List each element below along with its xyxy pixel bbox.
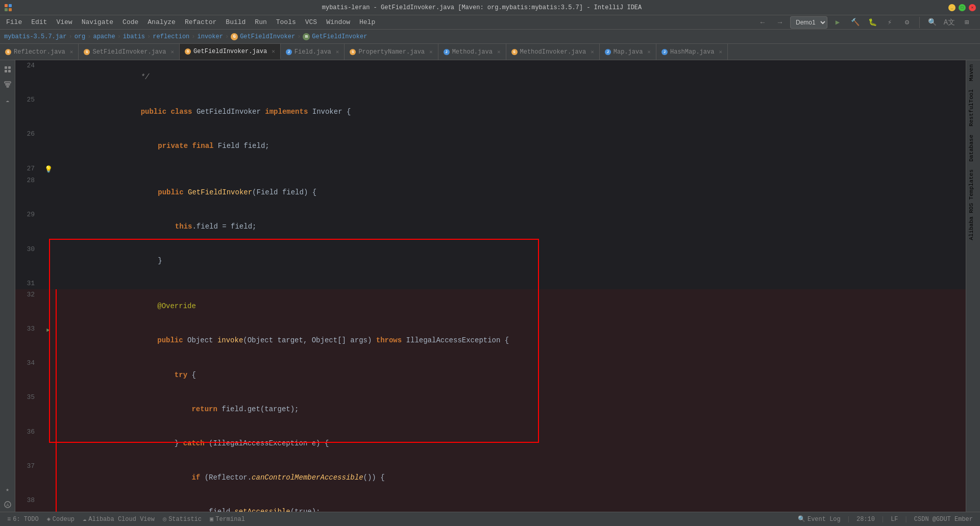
codeup-label: Codeup <box>53 516 75 523</box>
line-content-24[interactable]: */ <box>56 60 966 94</box>
status-position[interactable]: 28:10 <box>853 515 878 524</box>
menu-vcs[interactable]: VCS <box>301 17 321 28</box>
run-config-select[interactable]: Demo1 <box>790 16 827 29</box>
menu-help[interactable]: Help <box>355 17 379 28</box>
line-content-32[interactable]: @Override <box>56 289 966 323</box>
sidebar-favorites[interactable]: ★ <box>1 482 15 496</box>
line-content-29[interactable]: this.field = field; <box>56 209 966 243</box>
tab-close-propertynamer[interactable]: ✕ <box>429 48 433 55</box>
status-bar: ≡ 6: TODO ◈ Codeup ☁ Alibaba Cloud View … <box>0 512 980 526</box>
position-label: 28:10 <box>856 516 875 523</box>
gutter-36 <box>41 427 56 461</box>
coverage-button[interactable]: ⚡ <box>883 15 897 30</box>
tab-hashmap[interactable]: J HashMap.java ✕ <box>656 44 728 60</box>
tab-field[interactable]: J Field.java ✕ <box>281 44 345 60</box>
menu-run[interactable]: Run <box>251 17 271 28</box>
line-content-37[interactable]: if (Reflector.canControlMemberAccessible… <box>56 461 966 495</box>
menu-file[interactable]: File <box>2 17 26 28</box>
status-terminal[interactable]: ▣ Terminal <box>207 514 248 524</box>
line-num-25: 25 <box>15 94 41 129</box>
sidebar-structure[interactable] <box>1 78 15 92</box>
minimize-button[interactable]: _ <box>948 4 955 11</box>
tab-map[interactable]: J Map.java ✕ <box>600 44 656 60</box>
menu-view[interactable]: View <box>52 17 76 28</box>
svg-rect-5 <box>8 66 11 69</box>
back-button[interactable]: ← <box>755 15 770 30</box>
tab-close-method[interactable]: ✕ <box>497 48 501 55</box>
run-gutter-icon[interactable]: ▶ <box>46 327 50 333</box>
breadcrumb-method[interactable]: GetFieldInvoker <box>312 33 367 40</box>
tab-close-getfield[interactable]: ✕ <box>272 48 275 55</box>
line-num-24: 24 <box>15 60 41 94</box>
menu-code[interactable]: Code <box>118 17 142 28</box>
breadcrumb-org[interactable]: org <box>75 33 86 40</box>
tab-close-field[interactable]: ✕ <box>336 48 339 55</box>
menu-refactor[interactable]: Refactor <box>181 17 220 28</box>
menu-tools[interactable]: Tools <box>272 17 300 28</box>
gutter-29 <box>41 209 56 243</box>
search-button[interactable]: 🔍 <box>925 15 939 30</box>
tab-icon-setfield: G <box>84 49 90 55</box>
line-content-34[interactable]: try { <box>56 358 966 392</box>
breadcrumb-invoker[interactable]: invoker <box>198 33 223 40</box>
tab-close-hashmap[interactable]: ✕ <box>719 48 722 55</box>
tab-icon-methodinvoker: G <box>511 49 518 55</box>
right-panel-restful[interactable]: RestfulTool <box>966 85 980 131</box>
sidebar-cloud[interactable]: ☁ <box>1 93 15 107</box>
tab-label-field: Field.java <box>295 48 331 56</box>
tab-methodinvoker[interactable]: G MethodInvoker.java ✕ <box>506 44 600 60</box>
menu-edit[interactable]: Edit <box>27 17 51 28</box>
tab-setfieldinvoker[interactable]: G SetFieldInvoker.java ✕ <box>79 44 180 60</box>
status-codeup[interactable]: ◈ Codeup <box>44 514 78 524</box>
forward-button[interactable]: → <box>773 15 787 30</box>
debug-button[interactable]: 🐛 <box>865 15 879 30</box>
status-encoding[interactable]: LF <box>888 515 901 524</box>
sidebar-project[interactable] <box>1 62 15 77</box>
menu-analyze[interactable]: Analyze <box>143 17 180 28</box>
maximize-button[interactable]: □ <box>959 4 966 11</box>
status-todo[interactable]: ≡ 6: TODO <box>4 515 42 524</box>
sidebar-alibaba[interactable]: A <box>1 497 15 512</box>
settings-button[interactable]: ⚙ <box>900 15 914 30</box>
breadcrumb-apache[interactable]: apache <box>93 33 115 40</box>
line-content-30[interactable]: } <box>56 244 966 278</box>
status-indent[interactable]: CSDN @GDUT Ember <box>911 515 976 524</box>
breadcrumb-reflection[interactable]: reflection <box>153 33 189 40</box>
tab-close-methodinvoker[interactable]: ✕ <box>591 48 594 55</box>
tab-close-map[interactable]: ✕ <box>647 48 651 55</box>
right-panel-alibaba-ros[interactable]: Alibaba ROS Templates <box>966 165 980 244</box>
line-content-28[interactable]: public GetFieldInvoker(Field field) { <box>56 175 966 209</box>
breadcrumb-jar[interactable]: mybatis-3.5.7.jar <box>4 33 66 40</box>
line-content-26[interactable]: private final Field field; <box>56 129 966 163</box>
line-content-35[interactable]: return field.get(target); <box>56 392 966 426</box>
tab-close-setfield[interactable]: ✕ <box>170 48 174 55</box>
breadcrumb-ibatis[interactable]: ibatis <box>123 33 145 40</box>
line-content-36[interactable]: } catch (IllegalAccessException e) { <box>56 427 966 461</box>
code-editor[interactable]: 24 */ 25 public class GetFieldInvo <box>15 60 966 512</box>
line-content-25[interactable]: public class GetFieldInvoker implements … <box>56 94 966 129</box>
close-button[interactable]: ✕ <box>969 4 976 11</box>
status-statistic[interactable]: ◎ Statistic <box>160 514 205 524</box>
status-cloud-view[interactable]: ☁ Alibaba Cloud View <box>80 514 158 524</box>
right-panel-database[interactable]: Database <box>966 131 980 166</box>
build-button[interactable]: 🔨 <box>848 15 862 30</box>
statistic-icon: ◎ <box>163 515 166 523</box>
menu-navigate[interactable]: Navigate <box>78 17 117 28</box>
menu-window[interactable]: Window <box>322 17 354 28</box>
tab-getfieldinvoker[interactable]: G GetFieldInvoker.java ✕ <box>180 44 281 60</box>
line-content-38[interactable]: field.setAccessible(true); <box>56 495 966 512</box>
right-panel-maven[interactable]: Maven <box>966 60 980 85</box>
menu-build[interactable]: Build <box>222 17 250 28</box>
line-content-33[interactable]: public Object invoke(Object target, Obje… <box>56 323 966 358</box>
breadcrumb-class[interactable]: GetFieldInvoker <box>240 33 295 40</box>
tab-close-reflector[interactable]: ✕ <box>70 48 74 55</box>
translate-button[interactable]: A文 <box>942 15 957 30</box>
status-event-log[interactable]: 🔍 Event Log <box>795 514 844 524</box>
run-button[interactable]: ▶ <box>830 15 845 30</box>
tab-method[interactable]: J Method.java ✕ <box>438 44 506 60</box>
tab-reflector[interactable]: G Reflector.java ✕ <box>0 44 79 60</box>
svg-rect-4 <box>5 66 7 69</box>
lightbulb-icon[interactable]: 💡 <box>44 166 53 173</box>
layout-button[interactable]: ⊞ <box>960 15 974 30</box>
tab-propertynamer[interactable]: G PropertyNamer.java ✕ <box>345 44 438 60</box>
